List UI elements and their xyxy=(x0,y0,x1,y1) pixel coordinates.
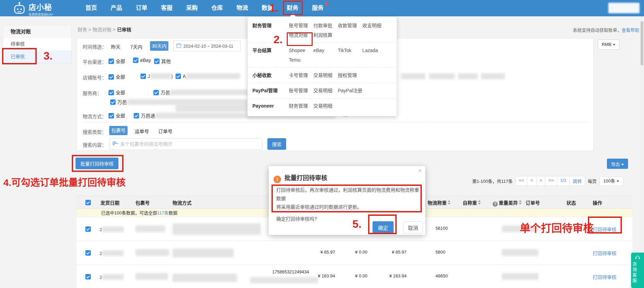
time-option-30days-active[interactable]: 30天内 xyxy=(150,41,168,51)
date-range-value: 2024-02-10 ~ 2024-03-11 xyxy=(183,44,233,49)
redacted-text xyxy=(429,73,455,79)
cancel-button[interactable]: 取消 xyxy=(403,221,423,234)
sort-icon[interactable] xyxy=(519,200,522,205)
nav-item-customer-service[interactable]: 客服 xyxy=(154,0,179,16)
nav-item-purchase[interactable]: 采购 xyxy=(179,0,204,16)
breadcrumb-logistics-reconciliation[interactable]: 物流对账 xyxy=(93,27,112,32)
brand-name: 店小秘 xyxy=(29,1,53,12)
menu-item-profit-accounting[interactable]: 利润核算 xyxy=(313,30,338,40)
menu-item-temu[interactable]: Temu xyxy=(289,55,313,65)
confirm-button[interactable]: 确定 xyxy=(373,221,394,234)
menu-section-finance-management: 财务管理 账号管理 付款审批 收款管理 收支明细 物流对账 利润核算 xyxy=(248,18,397,43)
warning-icon: ! xyxy=(274,176,281,183)
menu-item-ebay[interactable]: eBay xyxy=(313,46,338,55)
sort-icon[interactable] xyxy=(478,200,481,205)
nav-item-products[interactable]: 产品 xyxy=(104,0,129,16)
sort-icon[interactable] xyxy=(448,200,451,205)
menu-item-paypal-transactions[interactable]: 交易明细 xyxy=(313,86,338,95)
menu-item-transaction-detail[interactable]: 交易明细 xyxy=(313,70,338,80)
menu-item-receipt-management[interactable]: 收款管理 xyxy=(338,21,362,30)
return-to-review-link[interactable]: 打回待审核 xyxy=(593,274,616,280)
menu-item-payoneer-finance[interactable]: 财务管理 xyxy=(289,101,313,111)
table-row: 2 175865321249434 ¥ 163.94 ¥ 0.00 ¥ 163.… xyxy=(77,265,632,288)
logistics-option-all[interactable]: 全部 xyxy=(109,112,125,119)
search-input[interactable] xyxy=(120,141,259,147)
prev-page-button[interactable]: < xyxy=(527,176,536,186)
nav-item-warehouse[interactable]: 仓库 xyxy=(204,0,230,16)
menu-item-paypal-register[interactable]: PayPal注册 xyxy=(338,86,362,95)
last-page-button[interactable]: >> xyxy=(545,176,557,186)
scrollbar-thumb[interactable] xyxy=(641,21,643,65)
checkbox-checked-icon[interactable] xyxy=(141,74,146,79)
checkbox-checked-icon[interactable] xyxy=(110,99,116,105)
menu-category: 平台结算 xyxy=(252,46,289,65)
store-option-redacted-2[interactable]: A xyxy=(176,73,240,79)
checkbox-checked-icon[interactable] xyxy=(133,58,138,63)
checkbox-checked-icon[interactable] xyxy=(109,59,114,64)
search-type-waybill[interactable]: 运单号 xyxy=(135,128,149,134)
menu-item-tiktok[interactable]: TikTok xyxy=(338,46,362,55)
nav-item-orders[interactable]: 订单 xyxy=(129,0,154,16)
checkbox-checked-icon[interactable] xyxy=(153,90,159,95)
nav-item-data[interactable]: 数据 xyxy=(255,0,280,16)
breadcrumb-finance[interactable]: 财务 xyxy=(78,27,87,32)
next-page-button[interactable]: > xyxy=(536,176,545,186)
return-to-review-link[interactable]: 打回待审核 xyxy=(593,251,616,256)
search-type-order[interactable]: 订单号 xyxy=(158,128,172,134)
batch-return-review-button[interactable]: 批量打回待审核 xyxy=(76,158,118,169)
sidebar: 物流对账 待审核 已审核 xyxy=(3,25,72,63)
dialog-text-line2: 将采用最近审核通过时的数据进行更新。 xyxy=(276,203,419,211)
store-option-redacted-1[interactable]: J) xyxy=(141,73,173,79)
brand-logo[interactable]: 店小秘 免费跨境电商ERP xyxy=(12,1,53,17)
menu-item-authorization-management[interactable]: 授权管理 xyxy=(338,70,362,80)
sidebar-item-reviewed[interactable]: 已审核 xyxy=(3,50,71,63)
menu-item-payoneer-transactions[interactable]: 交易明细 xyxy=(313,101,338,111)
store-option-all[interactable]: 全部 xyxy=(109,73,125,80)
menu-item-income-expense-detail[interactable]: 收支明细 xyxy=(362,21,387,30)
first-page-button[interactable]: << xyxy=(516,176,527,186)
select-all-117-link[interactable]: 117条 xyxy=(157,210,169,215)
select-all-checkbox[interactable] xyxy=(85,200,91,205)
checkbox-checked-icon[interactable] xyxy=(134,113,139,118)
customer-service-float-button[interactable]: 咨询客服 xyxy=(631,253,644,288)
menu-item-shopee[interactable]: Shopee xyxy=(289,46,313,55)
platform-option-all[interactable]: 全部 xyxy=(109,58,125,64)
checkbox-checked-icon[interactable] xyxy=(109,90,114,95)
menu-section-xiaomi-collection: 小秘收款 卡号管理 交易明细 授权管理 xyxy=(248,67,397,83)
currency-select[interactable]: RMB xyxy=(598,39,620,50)
nav-item-home[interactable]: 首页 xyxy=(79,0,104,16)
view-help-link[interactable]: 查看帮助 xyxy=(622,28,639,33)
per-page-select[interactable]: 100条 xyxy=(599,176,623,186)
search-type-package-active[interactable]: 包裹号 xyxy=(109,126,128,135)
scrollbar[interactable] xyxy=(640,16,644,288)
close-icon[interactable]: × xyxy=(418,167,422,175)
checkbox-checked-icon[interactable] xyxy=(109,74,114,80)
row-checkbox[interactable] xyxy=(85,250,91,256)
platform-option-ebay[interactable]: eBay xyxy=(133,58,151,63)
menu-item-logistics-reconciliation[interactable]: 物流对账 xyxy=(289,30,313,40)
row-checkbox[interactable] xyxy=(85,226,91,232)
user-account-redacted[interactable] xyxy=(608,3,640,13)
checkbox-checked-icon[interactable] xyxy=(176,74,181,79)
checkbox-checked-icon[interactable] xyxy=(109,113,114,118)
search-button[interactable]: 搜索 xyxy=(267,138,286,150)
row-checkbox[interactable] xyxy=(85,274,91,279)
provider-option-all[interactable]: 全部 xyxy=(109,89,125,96)
jump-page-button[interactable]: 跳转 xyxy=(569,176,585,186)
platform-option-other[interactable]: 其他 xyxy=(154,58,171,64)
help-icon[interactable]: ? xyxy=(493,202,498,207)
menu-item-paypal-account[interactable]: 账号管理 xyxy=(289,86,313,95)
menu-item-card-management[interactable]: 卡号管理 xyxy=(289,70,313,80)
nav-item-logistics[interactable]: 物流 xyxy=(230,0,255,16)
menu-item-lazada[interactable]: Lazada xyxy=(362,46,387,55)
sidebar-item-pending-review[interactable]: 待审核 xyxy=(3,38,71,50)
checkbox-checked-icon[interactable] xyxy=(154,59,160,64)
menu-item-account-management[interactable]: 账号管理 xyxy=(289,21,313,30)
return-to-review-link[interactable]: 打回待审核 xyxy=(593,227,616,232)
time-option-7days[interactable]: 7天内 xyxy=(130,43,143,50)
divider xyxy=(82,122,589,123)
export-button[interactable]: 导出 xyxy=(607,159,628,169)
menu-item-payment-approval[interactable]: 付款审批 xyxy=(313,21,338,30)
date-range-picker[interactable]: 2024-02-10 ~ 2024-03-11 xyxy=(173,41,241,51)
time-option-yesterday[interactable]: 昨天 xyxy=(111,43,120,50)
